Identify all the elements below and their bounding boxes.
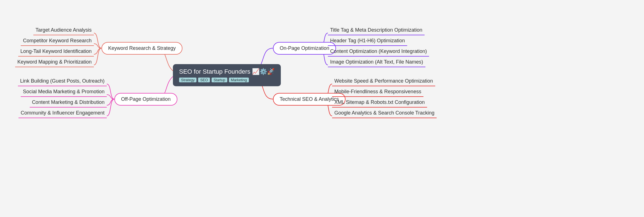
tag-seo[interactable]: SEO (198, 78, 210, 82)
leaf-keyword-2[interactable]: Long-Tail Keyword Identification (18, 47, 94, 57)
tag-strategy[interactable]: Strategy (179, 78, 196, 82)
leaf-onpage-0[interactable]: Title Tag & Meta Description Optimizatio… (328, 26, 425, 35)
branch-onpage[interactable]: On-Page Optimization (273, 42, 336, 55)
leaf-technical-1[interactable]: Mobile-Friendliness & Responsiveness (332, 88, 423, 97)
tag-marketing[interactable]: Marketing (229, 78, 249, 82)
branch-keyword[interactable]: Keyword Research & Strategy (101, 42, 182, 55)
root-node[interactable]: SEO for Startup Founders 📈⚙️🚀 Strategy S… (173, 64, 281, 86)
leaf-technical-0[interactable]: Website Speed & Performance Optimization (332, 77, 435, 86)
leaf-onpage-2[interactable]: Content Optimization (Keyword Integratio… (328, 47, 429, 57)
root-tags: Strategy SEO Startup Marketing (179, 78, 275, 82)
leaf-keyword-3[interactable]: Keyword Mapping & Prioritization (15, 58, 94, 67)
leaf-onpage-3[interactable]: Image Optimization (Alt Text, File Names… (328, 58, 425, 67)
connector-lines (0, 0, 644, 217)
leaf-keyword-1[interactable]: Competitor Keyword Research (21, 37, 94, 46)
leaf-technical-2[interactable]: XML Sitemap & Robots.txt Configuration (332, 98, 427, 108)
root-title: SEO for Startup Founders 📈⚙️🚀 (179, 68, 275, 75)
leaf-onpage-1[interactable]: Header Tag (H1-H6) Optimization (328, 37, 407, 46)
leaf-offpage-0[interactable]: Link Building (Guest Posts, Outreach) (18, 77, 107, 86)
branch-offpage[interactable]: Off-Page Optimization (114, 93, 177, 106)
leaf-offpage-2[interactable]: Content Marketing & Distribution (30, 98, 107, 108)
tag-startup[interactable]: Startup (212, 78, 227, 82)
leaf-keyword-0[interactable]: Target Audience Analysis (33, 26, 94, 35)
leaf-offpage-1[interactable]: Social Media Marketing & Promotion (21, 88, 107, 97)
leaf-technical-3[interactable]: Google Analytics & Search Console Tracki… (332, 109, 437, 118)
leaf-offpage-3[interactable]: Community & Influencer Engagement (18, 109, 107, 118)
